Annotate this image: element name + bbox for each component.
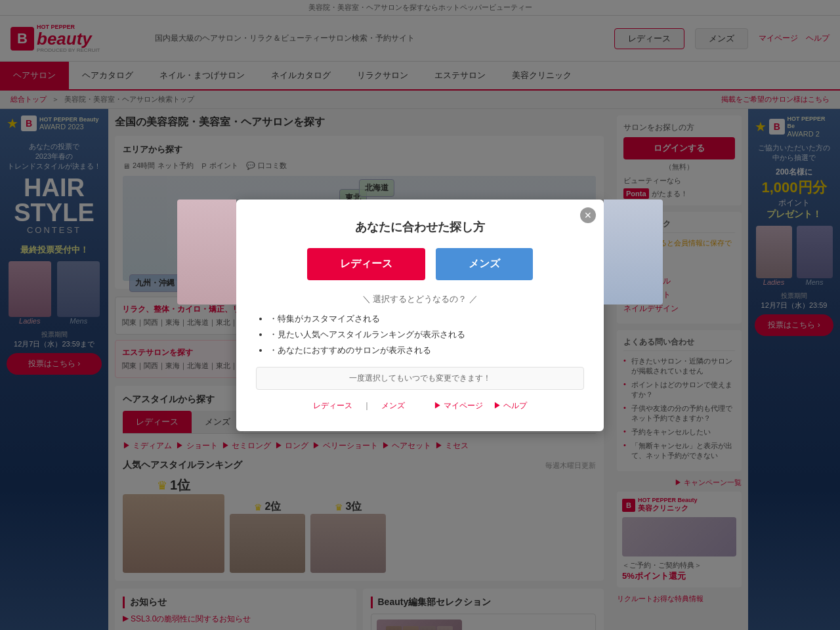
modal-bottom-help[interactable]: ▶ ヘルプ (494, 400, 527, 411)
modal-bottom-ladies[interactable]: レディース (313, 400, 352, 411)
modal-feature-1: ・特集がカスタマイズされる (269, 313, 584, 325)
modal-close-button[interactable]: ✕ (580, 207, 596, 223)
modal-bottom-sep2 (415, 400, 423, 411)
modal-person-left (177, 200, 236, 304)
modal-title: あなたに合わせた探し方 (256, 219, 584, 235)
modal-bottom-sep: ｜ (363, 400, 371, 411)
modal-person-right (604, 200, 663, 304)
modal-dialog: ✕ あなたに合わせた探し方 レディース メンズ ＼ 選択するとどうなるの？ ／ … (236, 200, 604, 431)
modal-gender-buttons: レディース メンズ (256, 248, 584, 280)
modal-once-text: 一度選択してもいつでも変更できます！ (256, 367, 584, 390)
modal-feature-3: ・あなたにおすすめのサロンが表示される (269, 345, 584, 356)
modal-bottom-mens[interactable]: メンズ (381, 400, 405, 411)
modal-overlay[interactable]: ✕ あなたに合わせた探し方 レディース メンズ ＼ 選択するとどうなるの？ ／ … (0, 0, 840, 630)
modal-features-list: ・特集がカスタマイズされる ・見たい人気ヘアスタイルランキングが表示される ・あ… (256, 313, 584, 356)
modal-mens-button[interactable]: メンズ (436, 248, 533, 280)
modal-bottom-links: レディース ｜ メンズ ▶ マイページ ▶ ヘルプ (256, 400, 584, 411)
modal-what-title: ＼ 選択するとどうなるの？ ／ (256, 293, 584, 305)
modal-feature-2: ・見たい人気ヘアスタイルランキングが表示される (269, 329, 584, 341)
modal-bottom-mypage[interactable]: ▶ マイページ (434, 400, 483, 411)
modal-ladies-button[interactable]: レディース (307, 248, 425, 280)
